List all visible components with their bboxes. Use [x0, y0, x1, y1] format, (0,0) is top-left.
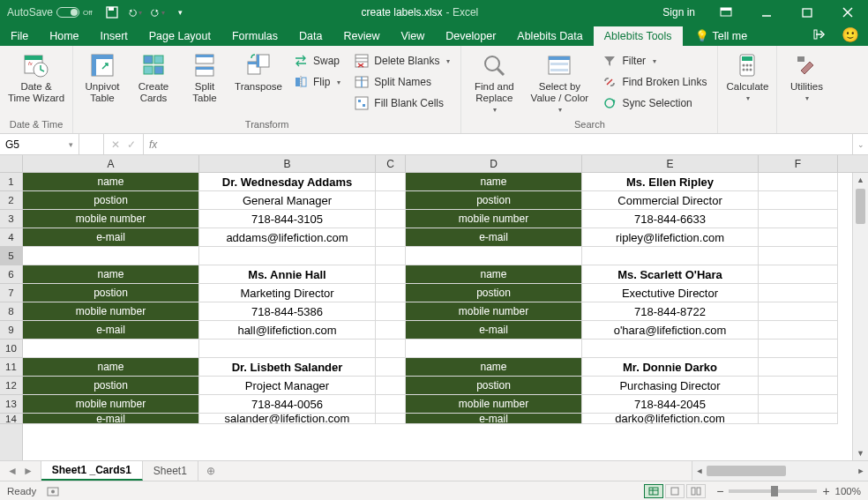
cell[interactable]: Purchasing Director	[582, 377, 759, 395]
new-sheet-button[interactable]: ⊕	[198, 461, 223, 481]
split-table-button[interactable]: Split Table	[181, 49, 228, 104]
row-header[interactable]: 13	[0, 395, 22, 414]
cells-area[interactable]: nameDr. Wednesday AddamsnameMs. Ellen Ri…	[23, 173, 852, 460]
cell[interactable]	[199, 247, 376, 265]
formula-input[interactable]	[162, 134, 852, 154]
cell[interactable]: 718-844-6633	[582, 210, 759, 228]
cell[interactable]	[376, 284, 406, 302]
cell[interactable]	[759, 210, 838, 228]
zoom-slider[interactable]	[729, 489, 817, 493]
row-header[interactable]: 6	[0, 265, 22, 284]
cell[interactable]	[376, 210, 406, 228]
scroll-left-icon[interactable]: ◄	[692, 466, 707, 475]
cell[interactable]: e-mail	[406, 228, 582, 247]
cell[interactable]	[406, 247, 582, 265]
cell[interactable]: 718-844-3105	[199, 210, 376, 228]
cell[interactable]	[376, 395, 406, 414]
enter-formula-icon[interactable]: ✓	[127, 138, 136, 151]
find-broken-links-button[interactable]: Find Broken Links	[597, 72, 712, 92]
cell[interactable]: salander@lifefiction.com	[199, 414, 376, 424]
scroll-up-icon[interactable]: ▲	[853, 173, 868, 187]
cell[interactable]: e-mail	[406, 414, 582, 424]
filter-button[interactable]: Filter	[597, 51, 712, 71]
cell[interactable]: darko@lifefiction.com	[582, 414, 759, 424]
cell[interactable]: Exectutive Director	[582, 284, 759, 302]
cell[interactable]: e-mail	[23, 321, 199, 340]
scrollbar-thumb[interactable]	[856, 189, 865, 224]
cell[interactable]: e-mail	[23, 414, 199, 424]
create-cards-button[interactable]: Create Cards	[130, 49, 177, 104]
col-header-B[interactable]: B	[199, 155, 376, 172]
cell[interactable]: e-mail	[23, 228, 199, 247]
cell[interactable]	[23, 247, 199, 265]
cell[interactable]: o'hara@lifefiction.com	[582, 321, 759, 340]
tell-me[interactable]: 💡 Tell me	[688, 26, 755, 46]
row-header[interactable]: 11	[0, 358, 22, 377]
cell[interactable]: 718-844-5386	[199, 302, 376, 321]
fx-icon[interactable]: fx	[144, 134, 162, 154]
cell[interactable]: Marketing Director	[199, 284, 376, 302]
cell[interactable]	[406, 340, 582, 358]
select-by-value-button[interactable]: Select by Value / Color	[525, 49, 594, 114]
calculate-button[interactable]: Calculate	[723, 49, 771, 102]
cell[interactable]: mobile number	[406, 302, 582, 321]
unpivot-table-button[interactable]: Unpivot Table	[79, 49, 126, 104]
sheet-nav[interactable]: ◄►	[0, 461, 41, 481]
cell[interactable]: mobile number	[406, 210, 582, 228]
swap-button[interactable]: Swap	[288, 51, 346, 71]
cell[interactable]: Mr. Donnie Darko	[582, 358, 759, 377]
cell[interactable]: name	[23, 265, 199, 284]
row-header[interactable]: 5	[0, 247, 22, 265]
cell[interactable]: mobile number	[23, 395, 199, 414]
tab-review[interactable]: Review	[333, 26, 390, 46]
cell[interactable]	[759, 414, 838, 424]
scroll-right-icon[interactable]: ►	[854, 466, 868, 475]
tab-developer[interactable]: Developer	[435, 26, 506, 46]
sync-selection-button[interactable]: Sync Selection	[597, 93, 712, 113]
maximize-button[interactable]	[787, 0, 827, 25]
tab-ablebits-tools[interactable]: Ablebits Tools	[594, 26, 683, 46]
cell[interactable]: name	[406, 358, 582, 377]
autosave-toggle[interactable]: AutoSave Off	[0, 6, 100, 19]
cell[interactable]: name	[23, 358, 199, 377]
tab-insert[interactable]: Insert	[90, 26, 138, 46]
tab-data[interactable]: Data	[288, 26, 333, 46]
cell[interactable]: postion	[406, 377, 582, 395]
cell[interactable]: name	[23, 173, 199, 191]
sheet-next-icon[interactable]: ►	[23, 465, 34, 477]
row-header[interactable]: 4	[0, 228, 22, 247]
row-header[interactable]: 10	[0, 340, 22, 358]
cell[interactable]: mobile number	[23, 302, 199, 321]
page-break-view-button[interactable]	[686, 484, 706, 498]
cell[interactable]	[376, 302, 406, 321]
cell[interactable]	[759, 228, 838, 247]
flip-button[interactable]: Flip	[288, 72, 346, 92]
cell[interactable]: hall@lifefiction.com	[199, 321, 376, 340]
cell[interactable]: General Manager	[199, 191, 376, 210]
cell[interactable]: Dr. Wednesday Addams	[199, 173, 376, 191]
date-time-wizard-button[interactable]: fx Date & Time Wizard	[5, 49, 67, 104]
tab-ablebits-data[interactable]: Ablebits Data	[506, 26, 593, 46]
hscroll-thumb[interactable]	[707, 466, 786, 476]
delete-blanks-button[interactable]: Delete Blanks	[349, 51, 455, 71]
cell[interactable]: Ms. Scarlett O'Hara	[582, 265, 759, 284]
close-button[interactable]	[827, 0, 868, 25]
cell[interactable]	[199, 340, 376, 358]
row-header[interactable]: 7	[0, 284, 22, 302]
row-header[interactable]: 3	[0, 210, 22, 228]
tab-home[interactable]: Home	[39, 26, 89, 46]
tab-view[interactable]: View	[390, 26, 435, 46]
cell[interactable]	[376, 377, 406, 395]
cell[interactable]	[376, 191, 406, 210]
cell[interactable]	[376, 173, 406, 191]
cell[interactable]	[376, 265, 406, 284]
redo-button[interactable]	[151, 5, 165, 19]
zoom-slider-thumb[interactable]	[771, 486, 778, 496]
cell[interactable]	[759, 247, 838, 265]
cell[interactable]: postion	[23, 191, 199, 210]
row-header[interactable]: 9	[0, 321, 22, 340]
zoom-in-button[interactable]: +	[822, 484, 829, 498]
row-header[interactable]: 12	[0, 377, 22, 395]
col-header-F[interactable]: F	[759, 155, 838, 172]
scroll-down-icon[interactable]: ▼	[853, 446, 868, 460]
